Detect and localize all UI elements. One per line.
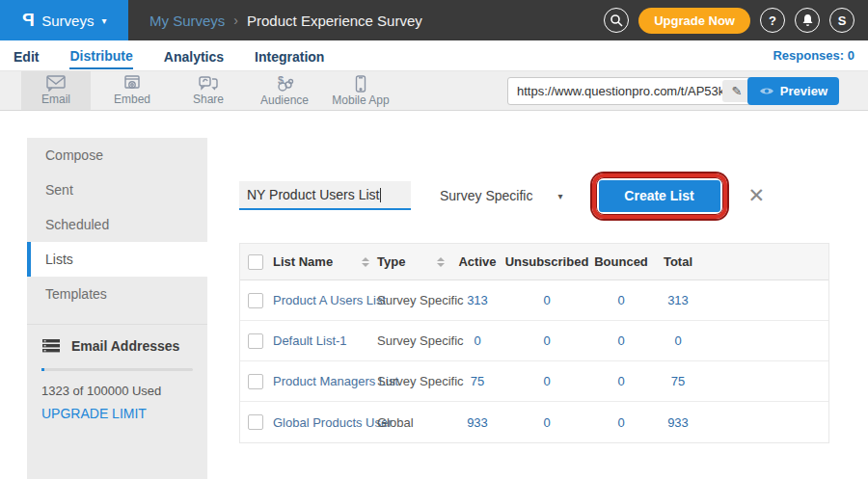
tab-integration[interactable]: Integration	[255, 43, 324, 68]
sidebar-item-templates[interactable]: Templates	[27, 277, 207, 311]
total-count[interactable]: 933	[651, 415, 705, 430]
row-checkbox[interactable]	[248, 414, 263, 430]
sidebar-item-sent[interactable]: Sent	[27, 173, 207, 207]
email-addresses-title: Email Addresses	[71, 338, 179, 354]
column-list-name[interactable]: List Name	[273, 254, 377, 269]
preview-button[interactable]: Preview	[747, 77, 839, 105]
channel-embed[interactable]: Embed	[97, 71, 167, 110]
list-type: Global	[377, 415, 452, 430]
chevron-down-icon: ▾	[101, 15, 106, 26]
channel-label: Share	[193, 93, 224, 106]
channel-strip: Email Embed Share $	[21, 71, 402, 110]
lists-table: List Name Type Active Unsubscribed Bounc…	[239, 243, 829, 443]
breadcrumb: My Surveys › Product Experience Survey	[149, 13, 422, 29]
sort-icon[interactable]	[362, 257, 369, 267]
total-count[interactable]: 0	[651, 333, 705, 348]
close-icon[interactable]: ✕	[748, 184, 766, 207]
column-total: Total	[651, 254, 705, 269]
lists-content: NY Product Users List Survey Specific ▾ …	[239, 138, 829, 479]
search-button[interactable]	[604, 8, 629, 33]
usage-progress-fill	[41, 368, 44, 371]
column-bounced: Bounced	[591, 254, 651, 269]
breadcrumb-current: Product Experience Survey	[247, 13, 422, 29]
svg-text:$: $	[278, 75, 284, 86]
eye-icon	[759, 86, 774, 96]
bounced-count: 0	[591, 374, 651, 388]
audience-icon: $	[274, 75, 295, 93]
chevron-down-icon: ▾	[557, 191, 562, 201]
column-label: List Name	[273, 254, 333, 269]
embed-icon	[122, 75, 142, 92]
column-unsubscribed: Unsubscribed	[502, 254, 591, 269]
unsubscribed-count: 0	[502, 333, 591, 348]
help-button[interactable]: ?	[760, 8, 785, 33]
active-count[interactable]: 313	[452, 293, 502, 307]
channel-share[interactable]: Share	[174, 71, 243, 110]
channel-label: Audience	[260, 93, 309, 107]
pencil-icon: ✎	[732, 84, 743, 98]
upgrade-limit-link[interactable]: UPGRADE LIMIT	[41, 406, 147, 421]
sort-icon[interactable]	[437, 257, 445, 267]
channel-email[interactable]: Email	[21, 71, 91, 110]
channel-label: Embed	[114, 93, 150, 106]
usage-progress-bar	[41, 368, 193, 371]
row-checkbox[interactable]	[248, 293, 263, 308]
notifications-button[interactable]	[795, 8, 820, 33]
column-type[interactable]: Type	[377, 254, 452, 269]
tab-distribute[interactable]: Distribute	[69, 42, 132, 69]
bounced-count: 0	[591, 333, 651, 348]
top-bar: P Surveys ▾ My Surveys › Product Experie…	[0, 0, 868, 40]
list-type: Survey Specific	[377, 333, 452, 348]
survey-nav: Edit Distribute Analytics Integration Re…	[0, 40, 868, 71]
tab-analytics[interactable]: Analytics	[164, 43, 224, 68]
account-avatar[interactable]: S	[829, 8, 854, 33]
active-count[interactable]: 933	[452, 415, 502, 430]
survey-url-input[interactable]	[517, 84, 722, 98]
sidebar-item-compose[interactable]: Compose	[27, 138, 207, 173]
table-row: Global Products User Global 933 0 0 933	[240, 402, 828, 442]
bounced-count: 0	[591, 293, 651, 307]
create-list-button[interactable]: Create List	[599, 180, 720, 212]
surveys-menu[interactable]: P Surveys ▾	[0, 0, 128, 40]
row-checkbox[interactable]	[248, 333, 263, 349]
address-list-icon	[41, 338, 61, 354]
select-all-checkbox[interactable]	[248, 254, 263, 270]
list-type-select[interactable]: Survey Specific ▾	[440, 188, 563, 203]
unsubscribed-count: 0	[502, 415, 591, 430]
sidebar-item-scheduled[interactable]: Scheduled	[27, 207, 207, 242]
total-count[interactable]: 313	[651, 293, 705, 307]
sidebar-item-lists[interactable]: Lists	[27, 242, 207, 277]
bounced-count: 0	[591, 415, 651, 430]
column-label: Type	[377, 254, 405, 269]
preview-label: Preview	[780, 84, 827, 98]
upgrade-now-button[interactable]: Upgrade Now	[638, 8, 750, 34]
list-name-input[interactable]: NY Product Users List	[239, 181, 411, 210]
red-highlight-annotation: Create List	[592, 173, 727, 219]
list-name-link[interactable]: Product A Users List	[273, 293, 386, 307]
list-name-link[interactable]: Global Products User	[273, 415, 393, 430]
channel-audience[interactable]: $ Audience	[250, 71, 319, 110]
email-addresses-panel: Email Addresses 1323 of 100000 Used UPGR…	[27, 324, 207, 422]
total-count[interactable]: 75	[651, 374, 705, 388]
text-cursor	[380, 188, 381, 202]
distribute-toolbar: Email Embed Share $	[0, 71, 868, 111]
share-icon	[198, 75, 219, 92]
breadcrumb-my-surveys[interactable]: My Surveys	[149, 13, 225, 29]
survey-url-field[interactable]: ✎	[507, 77, 756, 105]
tab-edit[interactable]: Edit	[14, 43, 39, 68]
active-count[interactable]: 75	[452, 374, 502, 388]
channel-label: Email	[41, 93, 70, 106]
list-name-link[interactable]: Default List-1	[273, 333, 347, 348]
responses-count[interactable]: Responses: 0	[773, 48, 854, 63]
table-row: Product A Users List Survey Specific 313…	[240, 280, 828, 321]
active-count[interactable]: 0	[452, 333, 502, 348]
channel-label: Mobile App	[332, 93, 389, 107]
table-header-row: List Name Type Active Unsubscribed Bounc…	[240, 244, 828, 280]
topbar-actions: Upgrade Now ? S	[604, 0, 854, 40]
list-type: Survey Specific	[377, 293, 452, 307]
avatar-initial: S	[838, 13, 847, 28]
list-name-value: NY Product Users List	[247, 187, 379, 202]
row-checkbox[interactable]	[248, 374, 263, 389]
email-icon	[45, 75, 67, 92]
channel-mobile-app[interactable]: Mobile App	[326, 71, 395, 110]
